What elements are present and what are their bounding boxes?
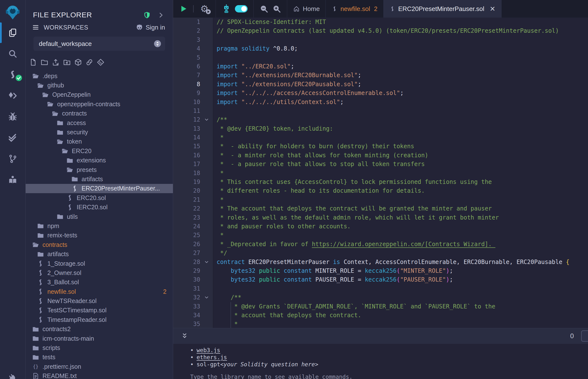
tree-item-github[interactable]: github bbox=[26, 80, 173, 90]
tree-item-artifacts[interactable]: artifacts bbox=[26, 249, 173, 259]
line-number[interactable]: 14 bbox=[173, 133, 200, 142]
tree-item-2-owner-sol[interactable]: 2_Owner.sol bbox=[26, 268, 173, 277]
terminal-link[interactable]: ethers.js bbox=[197, 354, 227, 361]
code-line[interactable]: 2// OpenZeppelin Contracts (last updated… bbox=[173, 26, 588, 35]
tab-home[interactable]: Home bbox=[287, 0, 326, 17]
line-number[interactable]: 25 bbox=[173, 231, 200, 239]
fold-chevron-icon[interactable] bbox=[200, 115, 213, 124]
tree-item-openzeppelin[interactable]: OpenZeppelin bbox=[26, 90, 173, 99]
code-line[interactable]: 3 bbox=[173, 35, 588, 44]
line-number[interactable]: 3 bbox=[173, 35, 200, 44]
code-line[interactable]: 25 * bbox=[173, 231, 588, 239]
code-line[interactable]: 14 * bbox=[173, 133, 588, 142]
line-number[interactable]: 2 bbox=[173, 26, 200, 35]
tree-item-presets[interactable]: presets bbox=[26, 165, 173, 174]
code-line[interactable]: 13 * @dev {ERC20} token, including: bbox=[173, 124, 588, 133]
tab-newfile-sol[interactable]: newfile.sol2 bbox=[326, 0, 383, 17]
line-number[interactable]: 16 bbox=[173, 151, 200, 160]
remix-logo[interactable] bbox=[4, 3, 21, 22]
chevron-right-icon[interactable] bbox=[157, 12, 165, 19]
line-number[interactable]: 13 bbox=[173, 124, 200, 133]
line-number[interactable]: 7 bbox=[173, 71, 200, 79]
activity-deploy-run[interactable] bbox=[0, 91, 25, 101]
code-line[interactable]: 35 * bbox=[173, 320, 588, 328]
upload-folder-button[interactable] bbox=[63, 58, 71, 66]
upload-file-button[interactable] bbox=[52, 58, 60, 66]
code-line[interactable]: 27 */ bbox=[173, 249, 588, 257]
tree-item-contracts[interactable]: contracts bbox=[26, 240, 173, 249]
code-line[interactable]: 1// SPDX-License-Identifier: MIT bbox=[173, 17, 588, 26]
code-line[interactable]: 4pragma solidity ^0.8.0; bbox=[173, 44, 588, 53]
code-line[interactable]: 12/** bbox=[173, 115, 588, 124]
code-line[interactable]: 10import "../../../utils/Context.sol"; bbox=[173, 98, 588, 107]
code-line[interactable]: 9import "../../../access/AccessControlEn… bbox=[173, 89, 588, 97]
activity-solidity-compiler[interactable] bbox=[0, 70, 25, 79]
new-file-button[interactable] bbox=[29, 58, 37, 66]
line-number[interactable]: 19 bbox=[173, 177, 200, 186]
tree-item-utils[interactable]: utils bbox=[26, 212, 173, 221]
line-number[interactable]: 1 bbox=[173, 17, 200, 26]
code-line[interactable]: 19 * This contract uses {AccessControl} … bbox=[173, 177, 588, 186]
tree-item-readme-txt[interactable]: README.txt bbox=[26, 371, 173, 379]
link-button[interactable] bbox=[85, 58, 93, 66]
tree-item-timestampreader-sol[interactable]: TimestampReader.sol bbox=[26, 315, 173, 324]
tree-item--deps[interactable]: .deps bbox=[26, 71, 173, 80]
line-number[interactable]: 9 bbox=[173, 89, 200, 97]
code-line[interactable]: 11 bbox=[173, 107, 588, 115]
remixai-toggle[interactable] bbox=[235, 5, 248, 13]
code-line[interactable]: 23 * roles, as well as the default admin… bbox=[173, 213, 588, 222]
tree-item-security[interactable]: security bbox=[26, 127, 173, 137]
line-number[interactable]: 17 bbox=[173, 160, 200, 169]
tree-item-contracts2[interactable]: contracts2 bbox=[26, 325, 173, 334]
line-number[interactable]: 32 bbox=[173, 293, 200, 302]
line-number[interactable]: 23 bbox=[173, 213, 200, 222]
code-line[interactable]: 8import "../extensions/ERC20Pausable.sol… bbox=[173, 80, 588, 89]
zoom-in-button[interactable] bbox=[272, 4, 281, 13]
line-number[interactable]: 24 bbox=[173, 222, 200, 231]
tree-item-newtsreader-sol[interactable]: NewTSReader.sol bbox=[26, 296, 173, 305]
line-number[interactable]: 6 bbox=[173, 62, 200, 71]
tree-item-testsctimestamp-sol[interactable]: TestSCTimestamp.sol bbox=[26, 306, 173, 315]
code-line[interactable]: 31 bbox=[173, 284, 588, 293]
sign-in-button[interactable]: Sign in bbox=[136, 23, 165, 31]
line-number[interactable]: 21 bbox=[173, 195, 200, 204]
line-number[interactable]: 30 bbox=[173, 275, 200, 284]
tree-item-erc20[interactable]: ERC20 bbox=[26, 146, 173, 156]
line-number[interactable]: 34 bbox=[173, 311, 200, 320]
close-tab-icon[interactable]: ✕ bbox=[490, 5, 495, 13]
tree-item-openzeppelin-contracts[interactable]: openzeppelin-contracts bbox=[26, 99, 173, 109]
workspace-select[interactable]: default_workspace bbox=[33, 37, 165, 51]
line-number[interactable]: 18 bbox=[173, 169, 200, 177]
tree-item-newfile-sol[interactable]: newfile.sol2 bbox=[26, 287, 173, 296]
terminal-expand-chevrons-icon[interactable] bbox=[180, 332, 189, 340]
cube-button[interactable] bbox=[74, 58, 82, 66]
fold-chevron-icon[interactable] bbox=[200, 258, 213, 267]
tree-item-scripts[interactable]: scripts bbox=[26, 343, 173, 352]
tree-item-contracts[interactable]: contracts bbox=[26, 109, 173, 118]
tree-item-3-ballot-sol[interactable]: 3_Ballot.sol bbox=[26, 278, 173, 287]
terminal-search-input[interactable] bbox=[581, 331, 588, 342]
tree-item-access[interactable]: access bbox=[26, 118, 173, 127]
tree-item-1-storage-sol[interactable]: 1_Storage.sol bbox=[26, 259, 173, 268]
tree-item-extensions[interactable]: extensions bbox=[26, 156, 173, 165]
tree-item-artifacts[interactable]: artifacts bbox=[26, 174, 173, 184]
line-number[interactable]: 20 bbox=[173, 186, 200, 195]
tab-erc20presetminterpauser-sol[interactable]: ERC20PresetMinterPauser.sol✕ bbox=[384, 0, 502, 17]
new-folder-button[interactable] bbox=[41, 58, 48, 66]
code-line[interactable]: 15 * - ability for holders to burn (dest… bbox=[173, 142, 588, 151]
line-number[interactable]: 27 bbox=[173, 249, 200, 257]
code-line[interactable]: 26 * _Deprecated in favor of https://wiz… bbox=[173, 240, 588, 249]
line-number[interactable]: 15 bbox=[173, 142, 200, 151]
line-number[interactable]: 35 bbox=[173, 320, 200, 328]
code-line[interactable]: 6import "../ERC20.sol"; bbox=[173, 62, 588, 71]
tree-item-erc20presetminterpauser-[interactable]: ERC20PresetMinterPauser... bbox=[26, 184, 173, 193]
code-line[interactable]: 20 * different roles - head to its docum… bbox=[173, 186, 588, 195]
code-line[interactable]: 16 * - a minter role that allows for tok… bbox=[173, 151, 588, 160]
code-line[interactable]: 34 * account that deploys the contract. bbox=[173, 311, 588, 320]
fold-chevron-icon[interactable] bbox=[200, 293, 213, 302]
git-clone-button[interactable] bbox=[97, 58, 105, 66]
line-number[interactable]: 8 bbox=[173, 80, 200, 89]
line-number[interactable]: 5 bbox=[173, 53, 200, 62]
line-number[interactable]: 31 bbox=[173, 284, 200, 293]
line-number[interactable]: 29 bbox=[173, 267, 200, 275]
